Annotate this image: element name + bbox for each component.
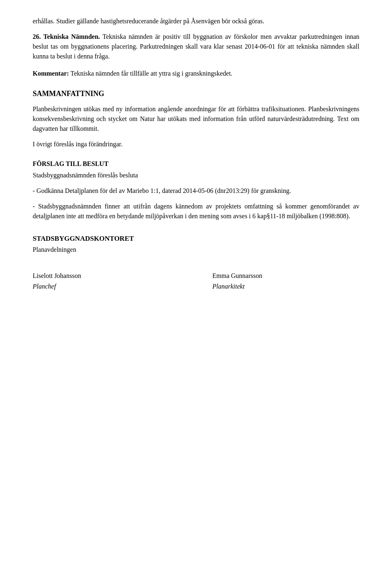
footer-col-right: Emma Gunnarsson Planarkitekt xyxy=(212,271,359,291)
section-26-title: 26. Tekniska Nämnden. xyxy=(33,33,100,40)
sammanfattning-title: SAMMANFATTNING xyxy=(33,88,359,99)
sammanfattning-para2: I övrigt föreslås inga förändringar. xyxy=(33,139,359,149)
stadsbyggnad-subtitle: Planavdelningen xyxy=(33,245,359,255)
person2-name: Emma Gunnarsson xyxy=(212,271,359,281)
section-26: 26. Tekniska Nämnden. Tekniska nämnden ä… xyxy=(33,32,359,61)
person1-title: Planchef xyxy=(33,282,180,291)
kommentar-text: Tekniska nämnden får tillfälle att yttra… xyxy=(69,70,232,77)
forslag-subtitle: Stadsbyggnadsnämnden föreslås besluta xyxy=(33,170,359,180)
footer-col-left: Liselott Johansson Planchef xyxy=(33,271,180,291)
forslag-item-2: - Stadsbyggnadsnämnden finner att utifrå… xyxy=(33,202,359,221)
kommentar-label: Kommentar: xyxy=(33,70,69,77)
sammanfattning-para1: Planbeskrivningen utökas med ny informat… xyxy=(33,104,359,134)
intro-paragraph: erhållas. Studier gällande hastighetsred… xyxy=(33,16,359,26)
intro-text: erhållas. Studier gällande hastighetsred… xyxy=(33,18,264,25)
person1-name: Liselott Johansson xyxy=(33,271,180,281)
kommentar-block: Kommentar: Tekniska nämnden får tillfäll… xyxy=(33,69,359,78)
footer-signatures: Liselott Johansson Planchef Emma Gunnars… xyxy=(33,271,359,291)
section-26-header: 26. Tekniska Nämnden. Tekniska nämnden ä… xyxy=(33,32,359,61)
document-body: erhållas. Studier gällande hastighetsred… xyxy=(33,16,359,291)
forslag-item-1: - Godkänna Detaljplanen för del av Marie… xyxy=(33,186,359,196)
person2-title: Planarkitekt xyxy=(212,282,359,291)
forslag-title: FÖRSLAG TILL BESLUT xyxy=(33,159,359,169)
stadsbyggnad-title: STADSBYGGNADSKONTORET xyxy=(33,233,359,244)
